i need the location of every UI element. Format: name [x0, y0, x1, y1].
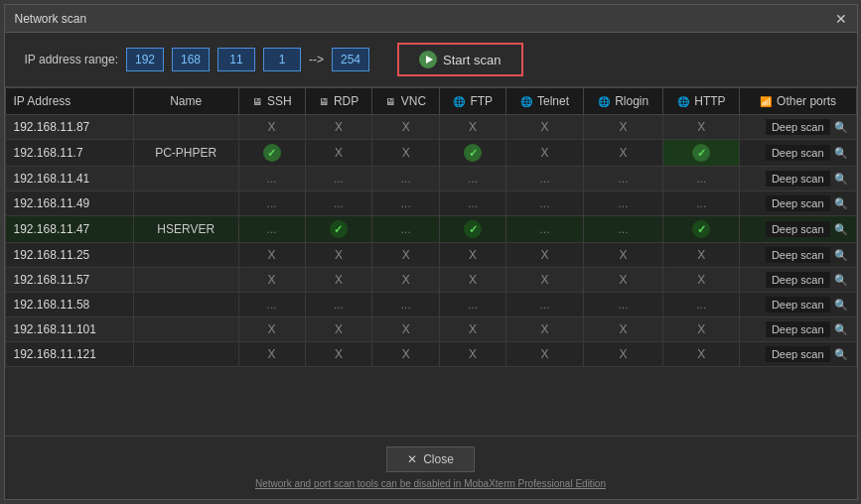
x-mark: X — [697, 120, 705, 134]
dots: ... — [267, 196, 277, 210]
x-mark: X — [335, 347, 343, 361]
deep-scan-button[interactable]: Deep scan — [766, 171, 830, 187]
x-mark: X — [402, 120, 410, 134]
start-scan-label: Start scan — [443, 53, 502, 67]
deep-scan-button[interactable]: Deep scan — [766, 195, 830, 211]
close-dialog-label: Close — [423, 452, 454, 466]
magnifier-icon[interactable]: 🔍 — [834, 147, 848, 160]
magnifier-icon[interactable]: 🔍 — [834, 299, 848, 312]
x-mark: X — [540, 273, 548, 287]
cell-ssh: ... — [238, 167, 305, 191]
cell-rdp: X — [305, 342, 372, 367]
ip-octet-4[interactable] — [263, 48, 301, 71]
cell-ip: 192.168.11.57 — [5, 268, 133, 293]
cell-ftp: X — [440, 115, 506, 140]
x-mark: X — [335, 120, 343, 134]
ip-octet-3[interactable] — [217, 48, 255, 71]
deep-scan-button[interactable]: Deep scan — [766, 221, 830, 237]
dots: ... — [696, 172, 706, 186]
x-mark: X — [620, 273, 628, 287]
dots: ... — [334, 172, 344, 186]
cell-vnc: ... — [372, 191, 440, 216]
deep-scan-button[interactable]: Deep scan — [766, 247, 830, 263]
deep-scan-button[interactable]: Deep scan — [766, 297, 830, 313]
cell-ip: 192.168.11.101 — [5, 317, 133, 342]
cell-rlogin: X — [583, 317, 662, 342]
x-mark: X — [335, 248, 343, 262]
table-scroll-area[interactable]: IP Address Name 🖥 SSH 🖥 RDP 🖥 VNC 🌐 FTP … — [5, 87, 857, 436]
network-scan-window: Network scan ✕ IP address range: --> Sta… — [4, 4, 858, 500]
x-mark: X — [402, 347, 410, 361]
cell-vnc: X — [372, 115, 440, 140]
col-header-rdp: 🖥 RDP — [305, 88, 372, 115]
cell-vnc: X — [372, 268, 440, 293]
x-mark: X — [620, 322, 628, 336]
ip-octet-2[interactable] — [172, 48, 210, 71]
col-header-rlogin: 🌐 Rlogin — [583, 88, 662, 115]
cell-http: X — [663, 342, 740, 367]
cell-other: Deep scan 🔍 — [740, 317, 856, 342]
dots: ... — [401, 222, 411, 236]
cell-rlogin: X — [583, 268, 662, 293]
cell-other: Deep scan 🔍 — [740, 216, 856, 243]
dots: ... — [619, 172, 629, 186]
cell-http: X — [663, 268, 740, 293]
cell-rdp: ... — [305, 167, 372, 191]
cell-ip: 192.168.11.41 — [5, 167, 133, 191]
cell-other: Deep scan 🔍 — [740, 243, 856, 268]
cell-ftp: ✓ — [440, 140, 506, 167]
x-mark: X — [402, 273, 410, 287]
x-mark: X — [540, 248, 548, 262]
window-close-button[interactable]: ✕ — [835, 11, 847, 27]
cell-ftp: ... — [440, 167, 506, 191]
deep-scan-button[interactable]: Deep scan — [766, 119, 830, 135]
dots: ... — [539, 196, 549, 210]
col-header-telnet: 🌐 Telnet — [506, 88, 584, 115]
check-mark-dark-icon: ✓ — [330, 220, 348, 238]
cell-ssh: X — [238, 342, 305, 367]
col-header-ftp: 🌐 FTP — [440, 88, 506, 115]
cell-http: X — [663, 243, 740, 268]
magnifier-icon[interactable]: 🔍 — [834, 173, 848, 186]
close-dialog-button[interactable]: ✕ Close — [386, 446, 475, 472]
cell-name — [133, 167, 238, 191]
cell-http: ✓ — [663, 140, 740, 167]
cell-ftp: ... — [440, 293, 506, 317]
deep-scan-button[interactable]: Deep scan — [766, 145, 830, 161]
magnifier-icon[interactable]: 🔍 — [834, 323, 848, 336]
deep-scan-button[interactable]: Deep scan — [766, 321, 830, 337]
x-mark: X — [540, 146, 548, 160]
start-scan-button[interactable]: Start scan — [397, 43, 523, 76]
dots: ... — [267, 222, 277, 236]
ip-octet-1[interactable] — [126, 48, 164, 71]
ip-range-end[interactable] — [332, 48, 369, 71]
x-mark: X — [697, 248, 705, 262]
deep-scan-button[interactable]: Deep scan — [766, 346, 830, 362]
magnifier-icon[interactable]: 🔍 — [834, 249, 848, 262]
cell-ip: 192.168.11.49 — [5, 191, 133, 216]
magnifier-icon[interactable]: 🔍 — [834, 223, 848, 236]
magnifier-icon[interactable]: 🔍 — [834, 197, 848, 210]
x-mark: X — [402, 146, 410, 160]
cell-ip: 192.168.11.87 — [5, 115, 133, 140]
cell-telnet: X — [506, 115, 584, 140]
cell-telnet: ... — [506, 293, 584, 317]
cell-telnet: ... — [506, 191, 584, 216]
magnifier-icon[interactable]: 🔍 — [834, 274, 848, 287]
magnifier-icon[interactable]: 🔍 — [834, 348, 848, 361]
x-mark: X — [335, 322, 343, 336]
magnifier-icon[interactable]: 🔍 — [834, 121, 848, 134]
cell-ssh: X — [238, 317, 305, 342]
x-mark: X — [335, 273, 343, 287]
title-bar: Network scan ✕ — [5, 5, 857, 33]
dots: ... — [539, 222, 549, 236]
cell-rdp: ... — [305, 191, 372, 216]
x-mark: X — [540, 322, 548, 336]
table-header: IP Address Name 🖥 SSH 🖥 RDP 🖥 VNC 🌐 FTP … — [5, 88, 856, 115]
scan-results-table-container: IP Address Name 🖥 SSH 🖥 RDP 🖥 VNC 🌐 FTP … — [5, 87, 857, 436]
check-mark-dark-icon: ✓ — [692, 220, 710, 238]
cell-name — [133, 293, 238, 317]
x-mark: X — [402, 322, 410, 336]
x-mark: X — [268, 322, 276, 336]
deep-scan-button[interactable]: Deep scan — [766, 272, 830, 288]
